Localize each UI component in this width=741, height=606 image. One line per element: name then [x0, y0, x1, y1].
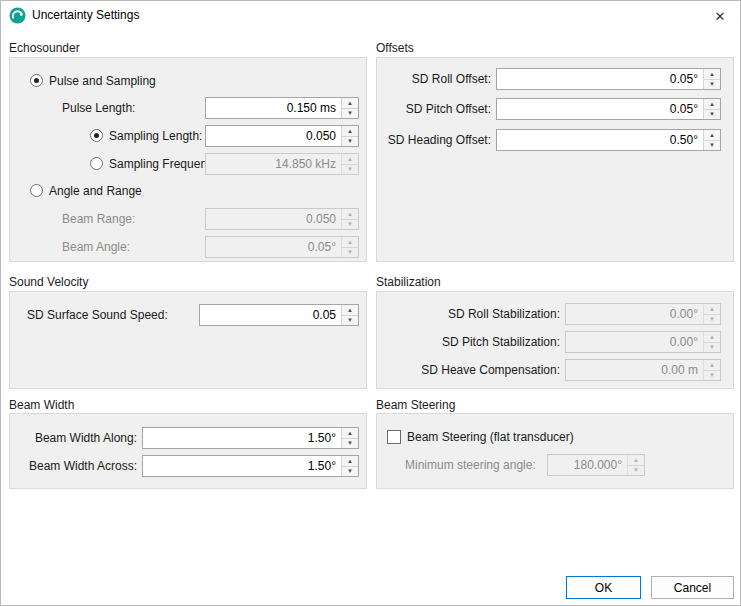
offsets-group: SD Roll Offset: ▲ ▼ SD Pitch Offset: ▲ ▼…	[376, 57, 734, 262]
spin-up-icon[interactable]: ▲	[341, 428, 358, 439]
sound-velocity-group-title: Sound Velocity	[9, 275, 88, 289]
beam-range-arrows: ▲ ▼	[341, 209, 358, 229]
spin-up-icon[interactable]: ▲	[341, 456, 358, 467]
spin-down-icon: ▼	[341, 165, 358, 175]
beam-steering-checkbox[interactable]	[387, 430, 401, 444]
beam-range-input	[206, 209, 341, 229]
app-icon	[9, 7, 26, 24]
sd-heading-offset-spinbox[interactable]: ▲ ▼	[496, 129, 721, 151]
sd-pitch-offset-label: SD Pitch Offset:	[377, 98, 491, 120]
title-bar: Uncertainty Settings ✕	[1, 1, 740, 29]
sd-surface-sound-speed-input[interactable]	[200, 305, 341, 325]
spin-down-icon: ▼	[627, 466, 644, 476]
cancel-button[interactable]: Cancel	[651, 576, 734, 599]
beam-width-along-arrows: ▲ ▼	[341, 428, 358, 448]
beam-width-along-spinbox[interactable]: ▲ ▼	[142, 427, 359, 449]
sd-heave-compensation-spinbox: ▲ ▼	[565, 359, 721, 381]
sampling-length-spinbox[interactable]: ▲ ▼	[205, 125, 359, 147]
spin-up-icon: ▲	[341, 154, 358, 165]
spin-down-icon[interactable]: ▼	[341, 439, 358, 449]
spin-up-icon[interactable]: ▲	[703, 69, 720, 80]
sd-heave-compensation-label: SD Heave Compensation:	[377, 359, 560, 381]
spin-down-icon[interactable]: ▼	[341, 137, 358, 147]
pulse-and-sampling-label: Pulse and Sampling	[49, 70, 156, 92]
sd-surface-sound-speed-arrows: ▲ ▼	[341, 305, 358, 325]
beam-width-across-input[interactable]	[143, 456, 341, 476]
sd-roll-offset-arrows: ▲ ▼	[703, 69, 720, 89]
spin-down-icon[interactable]: ▼	[341, 109, 358, 119]
beam-range-spinbox: ▲ ▼	[205, 208, 359, 230]
sd-pitch-offset-arrows: ▲ ▼	[703, 99, 720, 119]
spin-up-icon: ▲	[627, 455, 644, 466]
sd-roll-stabilization-label: SD Roll Stabilization:	[377, 303, 560, 325]
spin-up-icon[interactable]: ▲	[703, 130, 720, 141]
beam-angle-arrows: ▲ ▼	[341, 237, 358, 257]
spin-down-icon: ▼	[341, 248, 358, 258]
sd-pitch-stabilization-label: SD Pitch Stabilization:	[377, 331, 560, 353]
sd-roll-offset-spinbox[interactable]: ▲ ▼	[496, 68, 721, 90]
beam-width-across-label: Beam Width Across:	[10, 455, 137, 477]
minimum-steering-angle-spinbox: ▲ ▼	[547, 454, 645, 476]
minimum-steering-angle-arrows: ▲ ▼	[627, 455, 644, 475]
sd-roll-stabilization-arrows: ▲ ▼	[703, 304, 720, 324]
spin-down-icon[interactable]: ▼	[341, 467, 358, 477]
window-title: Uncertainty Settings	[32, 1, 139, 29]
sd-surface-sound-speed-spinbox[interactable]: ▲ ▼	[199, 304, 359, 326]
beam-width-across-spinbox[interactable]: ▲ ▼	[142, 455, 359, 477]
pulse-length-spinbox[interactable]: ▲ ▼	[205, 97, 359, 119]
beam-width-along-input[interactable]	[143, 428, 341, 448]
sound-velocity-group: SD Surface Sound Speed: ▲ ▼	[9, 291, 367, 389]
angle-and-range-label: Angle and Range	[49, 180, 142, 202]
beam-steering-group-title: Beam Steering	[376, 398, 455, 412]
spin-up-icon[interactable]: ▲	[341, 305, 358, 316]
sd-heading-offset-input[interactable]	[497, 130, 703, 150]
spin-down-icon[interactable]: ▼	[341, 316, 358, 326]
sd-pitch-offset-spinbox[interactable]: ▲ ▼	[496, 98, 721, 120]
pulse-length-label: Pulse Length:	[62, 97, 135, 119]
spin-up-icon[interactable]: ▲	[341, 98, 358, 109]
sd-roll-stabilization-input	[566, 304, 703, 324]
minimum-steering-angle-input	[548, 455, 627, 475]
pulse-and-sampling-radio[interactable]	[30, 74, 43, 87]
sampling-frequency-input	[206, 154, 341, 174]
beam-steering-checkbox-label: Beam Steering (flat transducer)	[407, 426, 574, 448]
sd-roll-offset-input[interactable]	[497, 69, 703, 89]
sampling-frequency-arrows: ▲ ▼	[341, 154, 358, 174]
sampling-length-label: Sampling Length:	[109, 125, 202, 147]
spin-up-icon: ▲	[703, 360, 720, 371]
sd-heave-compensation-arrows: ▲ ▼	[703, 360, 720, 380]
beam-angle-label: Beam Angle:	[62, 236, 130, 258]
beam-width-group: Beam Width Along: ▲ ▼ Beam Width Across:…	[9, 413, 367, 489]
spin-up-icon: ▲	[703, 304, 720, 315]
spin-down-icon[interactable]: ▼	[703, 80, 720, 90]
spin-up-icon: ▲	[341, 237, 358, 248]
angle-and-range-radio[interactable]	[30, 184, 43, 197]
sampling-length-arrows: ▲ ▼	[341, 126, 358, 146]
spin-up-icon: ▲	[341, 209, 358, 220]
sampling-frequency-radio[interactable]	[90, 157, 103, 170]
sd-heading-offset-arrows: ▲ ▼	[703, 130, 720, 150]
sd-pitch-offset-input[interactable]	[497, 99, 703, 119]
spin-up-icon[interactable]: ▲	[703, 99, 720, 110]
spin-up-icon[interactable]: ▲	[341, 126, 358, 137]
stabilization-group: SD Roll Stabilization: ▲ ▼ SD Pitch Stab…	[376, 291, 734, 389]
close-icon[interactable]: ✕	[706, 5, 734, 27]
beam-width-across-arrows: ▲ ▼	[341, 456, 358, 476]
pulse-length-input[interactable]	[206, 98, 341, 118]
echosounder-group: Pulse and Sampling Pulse Length: ▲ ▼ Sam…	[9, 57, 367, 262]
spin-down-icon: ▼	[703, 343, 720, 353]
spin-down-icon[interactable]: ▼	[703, 141, 720, 151]
beam-angle-spinbox: ▲ ▼	[205, 236, 359, 258]
sd-pitch-stabilization-arrows: ▲ ▼	[703, 332, 720, 352]
offsets-group-title: Offsets	[376, 41, 414, 55]
ok-button[interactable]: OK	[566, 576, 641, 599]
minimum-steering-angle-label: Minimum steering angle:	[405, 454, 536, 476]
spin-down-icon[interactable]: ▼	[703, 110, 720, 120]
sampling-length-input[interactable]	[206, 126, 341, 146]
sd-heading-offset-label: SD Heading Offset:	[377, 129, 491, 151]
beam-range-label: Beam Range:	[62, 208, 135, 230]
spin-down-icon: ▼	[341, 220, 358, 230]
sampling-length-radio[interactable]	[90, 129, 103, 142]
spin-down-icon: ▼	[703, 315, 720, 325]
sd-pitch-stabilization-input	[566, 332, 703, 352]
